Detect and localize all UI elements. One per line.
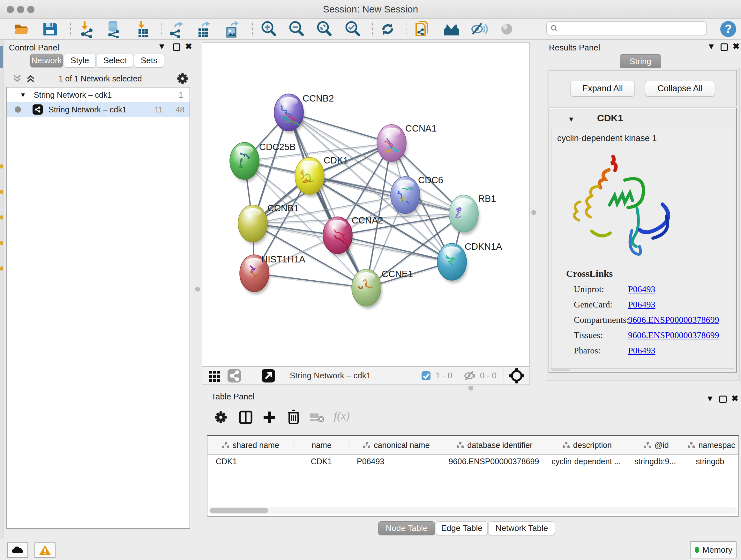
export-table-icon[interactable] <box>195 20 212 38</box>
tissues-link[interactable]: 9606.ENSP00000378699 <box>628 330 719 340</box>
results-buttons-box: Expand All Collapse All <box>549 70 737 106</box>
tab-network-table[interactable]: Network Table <box>488 521 555 535</box>
svg-text:HIST1H1A: HIST1H1A <box>261 254 306 264</box>
svg-text:CCNB2: CCNB2 <box>302 93 334 104</box>
show-columns-icon[interactable] <box>238 410 253 425</box>
column-header[interactable]: name <box>294 439 350 451</box>
gene-expander-icon[interactable]: ▼ <box>568 115 575 124</box>
clone-network-document-icon[interactable] <box>414 20 431 38</box>
import-network-database-icon[interactable] <box>105 20 123 38</box>
svg-text:CDKN1A: CDKN1A <box>465 241 502 252</box>
zoom-out-icon[interactable] <box>287 20 306 38</box>
control-panel-close-icon[interactable]: ✖ <box>185 42 192 51</box>
zoom-fit-icon[interactable] <box>315 20 333 38</box>
selected-counts: 1 - 0 <box>435 371 452 381</box>
selected-checkbox-icon[interactable] <box>421 371 431 381</box>
network-graph[interactable]: CCNB2CCNA1CDC25BCDK1CDC6RB1CCNB1CCNA2CDK… <box>202 43 530 367</box>
warnings-button[interactable] <box>35 543 56 558</box>
compartments-link[interactable]: 9606.ENSP00000378699 <box>628 315 719 325</box>
memory-button[interactable]: Memory <box>690 541 737 558</box>
memory-status-icon <box>694 546 700 554</box>
zoom-selected-icon[interactable] <box>344 20 361 38</box>
genecard-link[interactable]: P06493 <box>628 300 656 310</box>
collection-expander-icon[interactable]: ▼ <box>20 91 26 99</box>
table-panel-close-icon[interactable]: ✖ <box>731 394 738 402</box>
table-options-gear-icon[interactable] <box>214 410 228 424</box>
column-header[interactable]: canonical name <box>349 439 443 451</box>
open-session-icon[interactable] <box>13 20 30 38</box>
string-home-icon[interactable] <box>443 20 461 38</box>
collapse-all-button[interactable]: Collapse All <box>645 81 715 97</box>
results-hscrollbar[interactable] <box>551 368 570 371</box>
tab-sets[interactable]: Sets <box>134 54 164 67</box>
node-table: shared name name canonical name database… <box>207 435 739 516</box>
detach-view-icon[interactable] <box>261 368 276 383</box>
bottom-splitter-handle[interactable] <box>468 386 473 390</box>
control-panel-menu-icon[interactable]: ▼ <box>158 42 166 51</box>
table-panel-menu-icon[interactable]: ▼ <box>706 394 714 402</box>
table-header-row: shared name name canonical name database… <box>207 436 738 455</box>
network-overview-icon[interactable] <box>227 368 242 383</box>
import-network-file-icon[interactable] <box>78 20 96 38</box>
column-header[interactable]: description <box>546 439 629 451</box>
table-hscrollbar[interactable] <box>209 507 737 514</box>
main-toolbar: ? <box>0 19 741 40</box>
expand-all-button[interactable]: Expand All <box>570 81 635 97</box>
tab-string[interactable]: String <box>620 54 661 69</box>
tab-edge-table[interactable]: Edge Table <box>436 521 488 535</box>
pharos-link[interactable]: P06493 <box>628 346 656 356</box>
tab-node-table[interactable]: Node Table <box>378 521 435 535</box>
birds-eye-toggle-icon[interactable] <box>509 368 525 384</box>
refresh-icon[interactable] <box>379 20 397 38</box>
network-row-selected[interactable]: String Network – cdk1 11 48 <box>7 102 190 117</box>
enhance-view-icon[interactable] <box>498 20 516 38</box>
title-bar: Session: New Session <box>0 0 741 19</box>
hidden-counts: 0 - 0 <box>480 371 496 381</box>
create-column-icon[interactable] <box>262 410 277 425</box>
import-table-icon[interactable] <box>134 20 152 38</box>
right-splitter-handle[interactable] <box>531 210 536 215</box>
table-panel-float-icon[interactable] <box>719 395 727 403</box>
export-image-icon[interactable] <box>223 20 241 38</box>
column-header[interactable]: shared name <box>207 439 294 451</box>
left-splitter-handle[interactable] <box>195 287 200 292</box>
network-options-gear-icon[interactable] <box>176 72 189 85</box>
svg-text:?: ? <box>725 22 732 36</box>
column-header[interactable]: database identifier <box>443 439 546 451</box>
save-session-icon[interactable] <box>41 20 59 38</box>
help-button[interactable]: ? <box>719 20 737 38</box>
gene-name: CDK1 <box>597 113 623 124</box>
export-network-icon[interactable] <box>167 20 185 38</box>
expand-all-icon[interactable] <box>25 73 37 84</box>
grid-view-icon[interactable] <box>208 369 222 383</box>
tab-style[interactable]: Style <box>64 54 96 67</box>
table-panel: Table Panel ▼ ✖ f(x) <box>207 391 741 519</box>
svg-text:CCNB1: CCNB1 <box>267 203 299 213</box>
network-collection-row[interactable]: ▼ String Network – cdk1 1 <box>7 87 190 102</box>
table-row[interactable]: CDK1 CDK1 P06493 9606.ENSP00000378699 cy… <box>207 455 738 468</box>
collapse-all-icon[interactable] <box>11 73 23 84</box>
separator <box>248 367 248 384</box>
delete-column-icon[interactable] <box>286 409 301 425</box>
network-view-title: String Network – cdk1 <box>290 371 371 381</box>
tab-select[interactable]: Select <box>97 54 133 67</box>
results-panel-float-icon[interactable] <box>721 44 728 51</box>
control-panel: Control Panel ▼ ✖ Network Style Select S… <box>4 42 191 530</box>
crosslink-label: Uniprot: <box>574 284 604 294</box>
column-header[interactable]: @id <box>628 439 684 451</box>
zoom-in-icon[interactable] <box>260 20 278 38</box>
gene-description: cyclin-dependent kinase 1 <box>557 133 657 143</box>
cloud-button[interactable] <box>7 543 28 558</box>
results-panel-menu-icon[interactable]: ▼ <box>707 42 716 51</box>
uniprot-link[interactable]: P06493 <box>628 284 656 294</box>
tab-network[interactable]: Network <box>30 54 63 67</box>
control-panel-float-icon[interactable] <box>173 44 180 51</box>
table-hscrollbar-thumb[interactable] <box>210 508 268 513</box>
results-panel-close-icon[interactable]: ✖ <box>733 42 740 51</box>
hide-unassociated-icon[interactable] <box>470 20 488 38</box>
column-header[interactable]: namespac <box>684 439 738 451</box>
results-panel-body: Expand All Collapse All ▼ CDK1 cyclin-de… <box>546 68 740 381</box>
application-window: Session: New Session <box>0 0 741 560</box>
search-input[interactable] <box>558 23 697 33</box>
hierarchy-icon <box>222 442 229 449</box>
